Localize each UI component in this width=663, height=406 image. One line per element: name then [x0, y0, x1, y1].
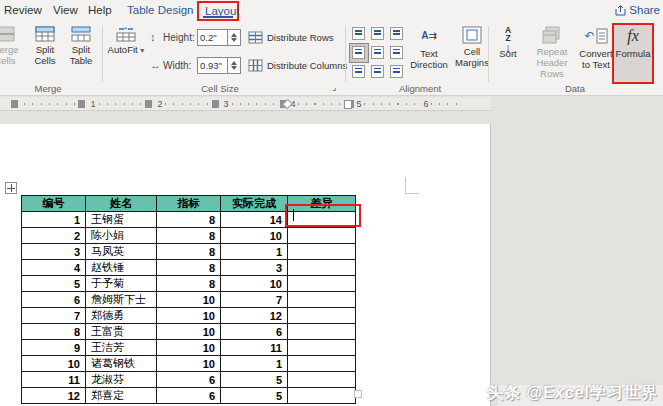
cell-actual[interactable]: 10	[221, 228, 288, 244]
cell-id[interactable]: 9	[22, 340, 86, 356]
sort-button[interactable]: AZ ↓ Sort	[492, 24, 524, 82]
ruler-column-marker[interactable]	[11, 100, 18, 108]
cell-target[interactable]: 8	[157, 276, 221, 292]
cell-size-dialog-launcher[interactable]: ⌟	[332, 82, 336, 92]
autofit-button[interactable]: AutoFit ▾	[105, 24, 147, 82]
header-target[interactable]: 指标	[157, 196, 221, 212]
cell-id[interactable]: 6	[22, 292, 86, 308]
cell-target[interactable]: 10	[157, 324, 221, 340]
cell-diff[interactable]	[288, 244, 356, 260]
cell-id[interactable]: 8	[22, 324, 86, 340]
cell-diff[interactable]	[288, 372, 356, 388]
cell-name[interactable]: 郑喜定	[86, 388, 157, 404]
cell-id[interactable]: 4	[22, 260, 86, 276]
cell-actual[interactable]: 10	[221, 276, 288, 292]
formula-button[interactable]: fx Formula	[614, 24, 652, 82]
cell-diff[interactable]	[288, 228, 356, 244]
text-direction-button[interactable]: A⇉ Text Direction	[406, 24, 452, 82]
cell-name[interactable]: 龙淑芬	[86, 372, 157, 388]
cell-name[interactable]: 王洁芳	[86, 340, 157, 356]
cell-actual[interactable]: 6	[221, 324, 288, 340]
cell-id[interactable]: 1	[22, 212, 86, 228]
cell-diff[interactable]	[288, 292, 356, 308]
cell-actual[interactable]: 12	[221, 308, 288, 324]
table-move-handle[interactable]	[5, 182, 17, 194]
cell-target[interactable]: 8	[157, 228, 221, 244]
cell-diff[interactable]	[288, 324, 356, 340]
convert-to-text-button[interactable]: ↶ Convert to Text	[578, 24, 614, 82]
menu-tab-help[interactable]: Help	[88, 4, 112, 16]
cell-id[interactable]: 5	[22, 276, 86, 292]
align-bottom-left-button[interactable]	[350, 63, 368, 81]
cell-name[interactable]: 陈小娟	[86, 228, 157, 244]
ruler-column-marker[interactable]	[145, 100, 152, 108]
cell-target[interactable]: 10	[157, 292, 221, 308]
cell-target[interactable]: 10	[157, 308, 221, 324]
autofit-dropdown-chevron[interactable]: ▾	[140, 46, 144, 55]
cell-actual[interactable]: 14	[221, 212, 288, 228]
align-top-right-button[interactable]	[388, 25, 406, 43]
distribute-rows-button[interactable]: Distribute Rows	[248, 28, 334, 46]
cell-target[interactable]: 10	[157, 340, 221, 356]
header-name[interactable]: 姓名	[86, 196, 157, 212]
height-spinner[interactable]	[228, 29, 241, 46]
merge-cells-button[interactable]: Merge Cells	[0, 24, 28, 82]
cell-diff[interactable]	[288, 388, 356, 404]
cell-target[interactable]: 8	[157, 260, 221, 276]
cell-actual[interactable]: 11	[221, 340, 288, 356]
cell-target[interactable]: 6	[157, 372, 221, 388]
distribute-columns-button[interactable]: Distribute Columns	[248, 56, 347, 74]
cell-target[interactable]: 6	[157, 388, 221, 404]
cell-diff[interactable]	[288, 308, 356, 324]
cell-name[interactable]: 马凤英	[86, 244, 157, 260]
cell-id[interactable]: 3	[22, 244, 86, 260]
height-input[interactable]	[197, 29, 228, 46]
cell-margins-button[interactable]: Cell Margins	[451, 24, 493, 82]
align-center-button[interactable]	[369, 44, 387, 62]
share-button[interactable]: Share	[615, 4, 660, 16]
cell-actual[interactable]: 1	[221, 244, 288, 260]
cell-actual[interactable]: 1	[221, 356, 288, 372]
cell-id[interactable]: 2	[22, 228, 86, 244]
align-center-left-button[interactable]	[350, 44, 368, 62]
cell-name[interactable]: 赵铁锤	[86, 260, 157, 276]
cell-diff[interactable]	[288, 356, 356, 372]
cell-diff[interactable]	[288, 340, 356, 356]
align-bottom-right-button[interactable]	[388, 63, 406, 81]
cell-name[interactable]: 王富贵	[86, 324, 157, 340]
header-id[interactable]: 编号	[22, 196, 86, 212]
width-input[interactable]	[197, 57, 228, 74]
menu-tab-view[interactable]: View	[53, 4, 78, 16]
cell-id[interactable]: 10	[22, 356, 86, 372]
cell-target[interactable]: 8	[157, 244, 221, 260]
cell-name[interactable]: 郑德勇	[86, 308, 157, 324]
align-bottom-center-button[interactable]	[369, 63, 387, 81]
cell-name[interactable]: 詹姆斯下士	[86, 292, 157, 308]
menu-tab-table-design[interactable]: Table Design	[127, 4, 193, 16]
cell-name[interactable]: 诸葛钢铁	[86, 356, 157, 372]
ruler-column-marker[interactable]	[212, 100, 219, 108]
cell-actual[interactable]: 3	[221, 260, 288, 276]
ruler-column-marker[interactable]	[78, 100, 85, 108]
cell-actual[interactable]: 5	[221, 372, 288, 388]
cell-target[interactable]: 8	[157, 212, 221, 228]
cell-actual[interactable]: 5	[221, 388, 288, 404]
cell-id[interactable]: 12	[22, 388, 86, 404]
split-cells-button[interactable]: Split Cells	[28, 24, 62, 82]
menu-tab-review[interactable]: Review	[4, 4, 42, 16]
align-top-center-button[interactable]	[369, 25, 387, 43]
horizontal-ruler[interactable]: 1 2 3 4 5 6	[0, 97, 491, 111]
align-top-left-button[interactable]	[350, 25, 368, 43]
cell-target[interactable]: 10	[157, 356, 221, 372]
width-spinner[interactable]	[228, 57, 241, 74]
cell-id[interactable]: 7	[22, 308, 86, 324]
cell-diff[interactable]	[288, 260, 356, 276]
cell-name[interactable]: 于予菊	[86, 276, 157, 292]
split-table-button[interactable]: Split Table	[63, 24, 99, 82]
cell-actual[interactable]: 7	[221, 292, 288, 308]
cell-name[interactable]: 王钢蛋	[86, 212, 157, 228]
header-actual[interactable]: 实际完成	[221, 196, 288, 212]
align-center-right-button[interactable]	[388, 44, 406, 62]
left-indent-marker[interactable]	[344, 100, 352, 109]
cell-diff[interactable]	[288, 276, 356, 292]
